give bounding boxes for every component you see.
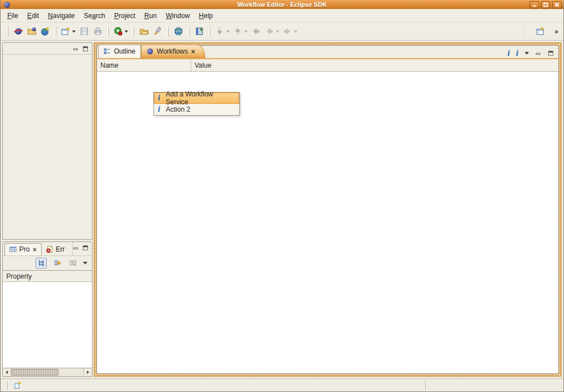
toolbar-separator <box>55 27 56 37</box>
editor-tab-row: Outline Workflows i i <box>97 46 558 59</box>
last-edit-location-button <box>249 25 263 38</box>
tab-workflows-label: Workflows <box>157 47 188 55</box>
menu-edit[interactable]: Edit <box>23 10 43 21</box>
workbench-area: Pro Err <box>1 41 563 378</box>
title-bar[interactable]: Workflow Editor - Eclipse SDK <box>1 0 563 9</box>
library-icon[interactable] <box>192 25 206 38</box>
toolbar-separator <box>133 27 134 37</box>
previous-annotation-dropdown-arrow <box>244 30 248 33</box>
next-annotation-button <box>213 25 231 38</box>
menu-file[interactable]: File <box>3 10 23 21</box>
column-header-value[interactable]: Value <box>191 59 558 71</box>
left-column: Pro Err <box>2 42 92 377</box>
menu-search[interactable]: Search <box>79 10 109 21</box>
tab-properties-label: Pro <box>19 245 30 253</box>
status-bar <box>1 378 563 391</box>
tab-workflows-close-icon[interactable] <box>191 49 196 54</box>
new-wizard-button[interactable] <box>59 25 77 38</box>
tab-properties-close-icon[interactable] <box>32 247 37 252</box>
properties-view-toolbar <box>3 256 92 270</box>
scrollbar-thumb[interactable] <box>11 369 59 376</box>
menu-item-label: Add a Workflow Service <box>166 90 235 106</box>
previous-annotation-button <box>231 25 249 38</box>
tab-outline[interactable]: Outline <box>98 45 141 58</box>
top-left-view-content <box>3 55 92 239</box>
menu-run[interactable]: Run <box>140 10 161 21</box>
status-bar-divider <box>425 380 426 390</box>
menu-item-add-workflow-service[interactable]: i Add a Workflow Service <box>154 93 239 104</box>
editor-info-button-2[interactable]: i <box>516 50 518 56</box>
menu-navigate[interactable]: Navigate <box>43 10 79 21</box>
outline-icon <box>103 47 111 55</box>
toolbar-separator <box>107 27 109 37</box>
toolbar-overflow-chevron[interactable]: » <box>554 28 558 36</box>
toolbar-separator <box>188 27 190 37</box>
top-left-view <box>2 42 92 240</box>
main-toolbar: » <box>1 23 563 41</box>
properties-view: Pro Err <box>2 241 92 377</box>
menu-item-label: Action 2 <box>166 105 190 113</box>
status-bar-grip <box>7 381 9 390</box>
editor-maximize-button[interactable] <box>548 50 554 56</box>
property-column-header[interactable]: Property <box>3 271 92 282</box>
save-button <box>77 25 91 38</box>
context-menu: i Add a Workflow Service i Action 2 <box>153 92 240 116</box>
active-editor-border: Outline Workflows i i <box>94 42 562 377</box>
toolbar-grip[interactable] <box>7 27 8 37</box>
properties-view-tabs: Pro Err <box>3 242 92 256</box>
workflows-globe-icon <box>146 47 154 55</box>
tab-properties[interactable]: Pro <box>5 243 42 256</box>
editor-view-menu-icon[interactable] <box>525 52 529 55</box>
web-browser-icon[interactable] <box>171 25 185 38</box>
column-header-name[interactable]: Name <box>97 59 191 71</box>
open-perspective-button[interactable] <box>533 25 547 38</box>
open-file-icon[interactable] <box>137 25 151 38</box>
view-minimize-button[interactable] <box>73 245 79 251</box>
window-close-button[interactable] <box>552 1 562 8</box>
scroll-left-button[interactable] <box>3 368 11 376</box>
run-dropdown-arrow[interactable] <box>125 30 128 33</box>
info-icon: i <box>158 95 162 101</box>
tab-error-log[interactable]: Err <box>42 244 69 256</box>
workflow-editor: Outline Workflows i i <box>96 45 559 374</box>
tab-workflows[interactable]: Workflows <box>141 45 205 58</box>
forward-history-button <box>281 25 299 38</box>
next-annotation-dropdown-arrow <box>226 30 230 33</box>
view-maximize-button[interactable] <box>82 46 89 52</box>
workflow-globe-icon[interactable] <box>11 25 25 38</box>
editor-info-button-1[interactable]: i <box>508 50 510 56</box>
new-wizard-dropdown-arrow[interactable] <box>72 30 76 33</box>
print-button <box>91 25 104 38</box>
filter-button-disabled <box>67 258 78 268</box>
horizontal-scrollbar[interactable] <box>3 368 92 376</box>
properties-table-body[interactable] <box>3 282 92 368</box>
perspective-bar-separator <box>525 25 525 38</box>
view-minimize-button[interactable] <box>73 46 79 52</box>
tab-outline-label: Outline <box>114 47 135 55</box>
menu-window[interactable]: Window <box>161 10 195 21</box>
workflow-editor-canvas[interactable]: i Add a Workflow Service i Action 2 <box>97 72 558 373</box>
toolbar-separator <box>209 27 210 37</box>
scroll-right-button[interactable] <box>83 368 92 376</box>
show-categories-button[interactable] <box>51 258 63 268</box>
window-title: Workflow Editor - Eclipse SDK <box>1 1 563 8</box>
mark-occurrences-icon[interactable] <box>151 25 164 38</box>
fast-view-button[interactable] <box>12 380 23 390</box>
open-workflow-folder-icon[interactable] <box>25 25 38 38</box>
application-window: Workflow Editor - Eclipse SDK File Edit … <box>0 0 564 392</box>
window-minimize-button[interactable] <box>530 1 539 8</box>
editor-minimize-button[interactable] <box>535 50 541 56</box>
info-icon: i <box>158 107 162 112</box>
new-workflow-globe-icon[interactable] <box>38 25 52 38</box>
menu-help[interactable]: Help <box>195 10 218 21</box>
window-maximize-button[interactable] <box>541 1 550 8</box>
properties-icon <box>9 245 17 253</box>
top-left-view-header <box>3 43 92 55</box>
show-tree-button[interactable] <box>36 258 47 268</box>
run-button[interactable] <box>112 25 130 38</box>
error-log-icon <box>46 245 54 253</box>
toolbar-separator <box>167 27 169 37</box>
menu-project[interactable]: Project <box>109 10 139 21</box>
view-menu-icon[interactable] <box>83 262 87 265</box>
view-maximize-button[interactable] <box>82 245 89 251</box>
